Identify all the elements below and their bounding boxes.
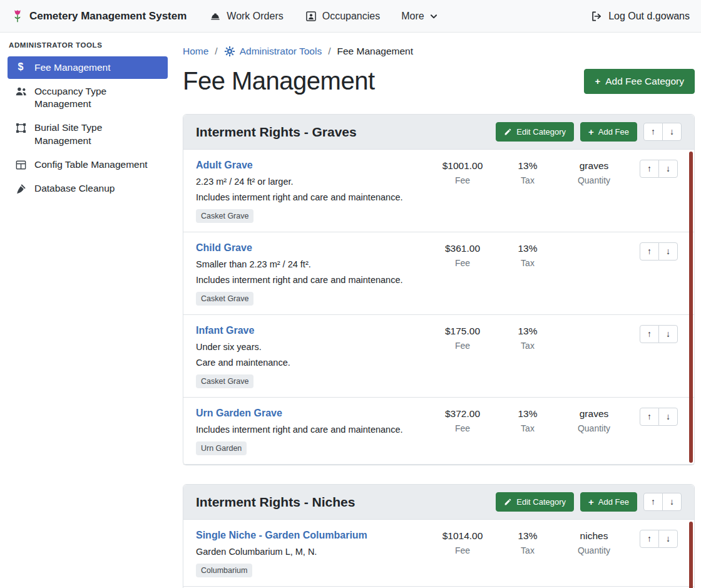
broom-icon [14,183,28,195]
fee-list: Single Niche - Garden Columbarium Garden… [183,520,694,588]
fee-amount-column: $175.00 Fee [427,325,498,351]
fee-name-link[interactable]: Adult Grave [196,160,253,171]
fee-name-link[interactable]: Urn Garden Grave [196,408,282,419]
users-icon [14,86,28,97]
fee-quantity-label: Quantity [558,423,630,433]
fee-row: Adult Grave 2.23 m² / 24 ft² or larger. … [183,150,694,232]
fee-tax-label: Tax [498,258,558,268]
fee-quantity-unit: niches [558,530,630,542]
move-fee-up-button[interactable]: ↑ [640,160,659,178]
sidebar-item-fee-management[interactable]: $ Fee Management [8,56,168,79]
breadcrumb-admin-tools-link[interactable]: Administrator Tools [224,46,322,57]
fee-tax-column: 13% Tax [498,408,558,433]
hard-hat-icon [209,10,222,23]
fee-reorder-group: ↑ ↓ [640,325,678,343]
fee-name-link[interactable]: Single Niche - Garden Columbarium [196,530,367,541]
main-content: Home / [175,33,701,588]
edit-category-button[interactable]: Edit Category [496,492,574,512]
app-title: Cemetery Management System [29,10,187,23]
move-fee-down-button[interactable]: ↓ [658,408,678,426]
nav-item-occupancies[interactable]: Occupancies [305,10,381,23]
fee-name-link[interactable]: Infant Grave [196,325,254,336]
logout-button[interactable]: Log Out d.gowans [590,10,690,23]
list-scrollbar[interactable] [689,152,693,463]
fee-amount-label: Fee [427,341,498,351]
breadcrumb-home-link[interactable]: Home [183,46,208,57]
fee-category-card: Interment Rights - Niches Edit Category … [183,484,695,588]
add-fee-button[interactable]: + Add Fee [580,122,637,142]
move-category-up-button[interactable]: ↑ [643,493,663,511]
fee-row: Child Grave Smaller than 2.23 m² / 24 ft… [183,232,694,315]
category-list: Interment Rights - Graves Edit Category … [183,114,695,588]
move-category-down-button[interactable]: ↓ [662,123,682,141]
fee-info: Child Grave Smaller than 2.23 m² / 24 ft… [196,242,427,306]
breadcrumb-separator: / [328,46,330,57]
arrow-up-icon: ↑ [651,126,655,137]
fee-quantity-label: Quantity [558,175,630,185]
fee-reorder-group: ↑ ↓ [640,408,678,426]
fee-tax-label: Tax [498,423,558,433]
move-fee-up-button[interactable]: ↑ [640,408,659,426]
fee-info: Urn Garden Grave Includes interment righ… [196,408,427,455]
fee-tax: 13% [498,243,558,254]
move-fee-down-button[interactable]: ↓ [658,242,678,260]
logout-icon [590,10,603,23]
move-category-down-button[interactable]: ↓ [662,493,682,511]
fee-amount: $175.00 [427,326,498,337]
fee-info: Infant Grave Under six years. Care and m… [196,325,427,388]
fee-description-2: Includes interment right and care and ma… [196,275,421,285]
move-fee-down-button[interactable]: ↓ [658,325,678,343]
edit-category-button[interactable]: Edit Category [496,122,574,142]
fee-description: 2.23 m² / 24 ft² or larger. [196,177,421,187]
fee-tax: 13% [498,160,558,172]
arrow-down-icon: ↓ [666,534,670,544]
nav-item-more[interactable]: More [401,11,437,22]
fee-quantity-unit: graves [558,408,630,420]
fee-tax-label: Tax [498,175,558,185]
arrow-down-icon: ↓ [666,246,670,256]
fee-quantity-column: niches Quantity [558,530,630,555]
sidebar-item-config-table-management[interactable]: Config Table Management [8,153,168,176]
move-fee-down-button[interactable]: ↓ [658,530,678,548]
fee-tax-column: 13% Tax [498,325,558,351]
fee-amount-label: Fee [427,423,498,433]
fee-type-badge: Urn Garden [196,441,247,455]
nav-links: Work Orders Occupancies More [209,10,437,23]
arrow-up-icon: ↑ [647,163,652,173]
fee-name-link[interactable]: Child Grave [196,242,252,254]
fee-quantity-column: graves Quantity [558,408,630,433]
fee-type-badge: Columbarium [196,564,252,577]
move-fee-down-button[interactable]: ↓ [658,160,678,178]
fee-description: Smaller than 2.23 m² / 24 ft². [196,259,421,269]
list-scrollbar[interactable] [689,522,693,588]
arrow-up-icon: ↑ [651,497,655,507]
fee-amount: $1014.00 [427,530,498,542]
fee-info: Single Niche - Garden Columbarium Garden… [196,530,427,577]
add-fee-button[interactable]: + Add Fee [580,492,637,512]
dollar-icon: $ [14,62,28,72]
arrow-up-icon: ↑ [647,246,652,256]
sidebar-item-burial-site-type-management[interactable]: Burial Site Type Management [8,116,168,152]
plus-icon: + [588,497,594,507]
arrow-up-icon: ↑ [647,534,652,544]
category-header: Interment Rights - Niches Edit Category … [183,485,694,520]
nav-item-work-orders[interactable]: Work Orders [209,10,283,23]
fee-category-card: Interment Rights - Graves Edit Category … [183,114,695,465]
fee-tax-column: 13% Tax [498,242,558,268]
breadcrumb: Home / [183,46,695,57]
move-fee-up-button[interactable]: ↑ [640,530,659,548]
arrow-down-icon: ↓ [670,497,674,507]
move-category-up-button[interactable]: ↑ [643,123,663,141]
fee-description: Garden Columbarium L, M, N. [196,547,421,557]
chevron-down-icon [429,12,438,21]
fee-tax-label: Tax [498,341,558,351]
fee-amount: $361.00 [427,243,498,254]
app-brand: Cemetery Management System [11,8,187,24]
move-fee-up-button[interactable]: ↑ [640,242,659,260]
sidebar-item-occupancy-type-management[interactable]: Occupancy Type Management [8,80,168,115]
sidebar-item-database-cleanup[interactable]: Database Cleanup [8,177,168,200]
move-fee-up-button[interactable]: ↑ [640,325,659,343]
fee-quantity-column: Quantity [558,325,630,339]
fee-description-2: Care and maintenance. [196,358,421,368]
add-fee-category-button[interactable]: + Add Fee Category [584,69,695,94]
